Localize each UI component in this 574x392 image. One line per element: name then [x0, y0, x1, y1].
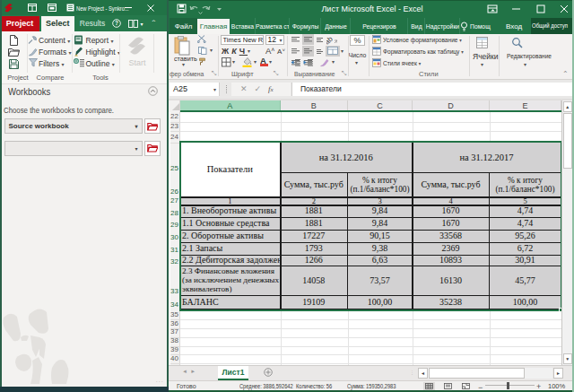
- svg-text:?: ?: [115, 20, 118, 26]
- svg-text:ab: ab: [326, 35, 335, 45]
